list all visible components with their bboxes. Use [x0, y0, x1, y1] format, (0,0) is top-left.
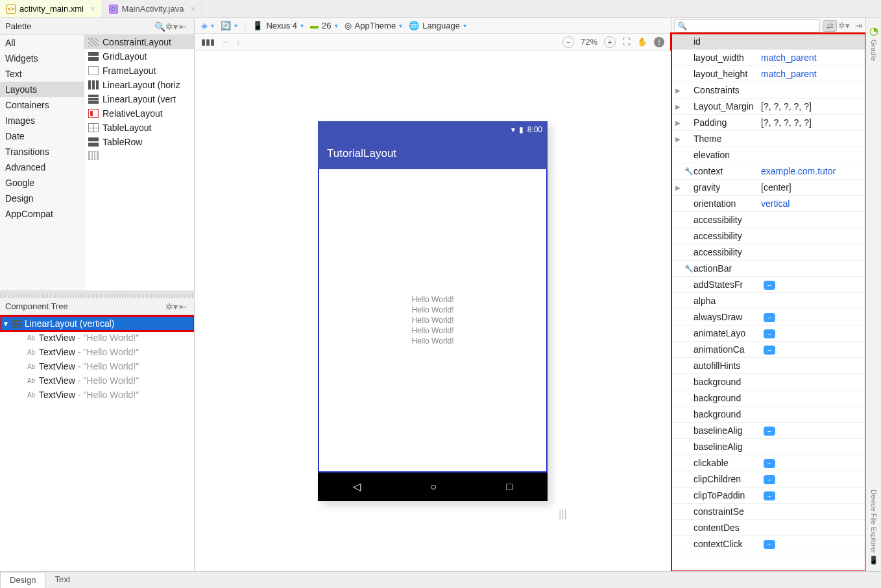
expand-icon[interactable]: ▶ [671, 184, 684, 191]
property-row[interactable]: layout_widthmatch_parent [671, 50, 865, 66]
property-row[interactable]: ▶Theme [671, 131, 865, 147]
property-row[interactable]: background [671, 374, 865, 390]
property-row[interactable]: orientationvertical [671, 196, 865, 212]
palette-item[interactable]: TableRow [84, 135, 194, 149]
gear-icon[interactable]: ✲▾ [165, 301, 177, 312]
resize-handle-icon[interactable]: ⫼ [556, 506, 570, 523]
tree-child-textview[interactable]: AbTextView - "Hello World!" [0, 345, 194, 359]
expand-icon[interactable]: ▶ [671, 103, 684, 110]
property-value[interactable]: − [758, 490, 865, 500]
palette-category[interactable]: Containers [0, 97, 84, 113]
design-tab[interactable]: Design [0, 572, 45, 588]
tree-child-textview[interactable]: AbTextView - "Hello World!" [0, 331, 194, 345]
text-tab[interactable]: Text [45, 572, 79, 588]
property-row[interactable]: 🔧actionBar [671, 261, 865, 277]
device-selector[interactable]: 📱 Nexus 4 ▾ [252, 21, 304, 30]
device-icon[interactable]: 📱 [869, 556, 878, 565]
property-value[interactable]: − [758, 474, 865, 484]
orientation-icon[interactable]: 🔄 ▾ [221, 21, 237, 30]
palette-category[interactable]: Transitions [0, 144, 84, 159]
palette-category[interactable]: Design [0, 191, 84, 206]
property-value[interactable]: [?, ?, ?, ?, ?] [758, 117, 865, 128]
property-row[interactable]: elevation [671, 147, 865, 163]
preview-textview[interactable]: Hello World! [411, 316, 453, 325]
property-row[interactable]: ▶Padding[?, ?, ?, ?, ?] [671, 115, 865, 131]
toggle-icon[interactable]: − [764, 427, 775, 436]
palette-category[interactable]: Google [0, 175, 84, 191]
property-row[interactable]: background [671, 390, 865, 406]
property-row[interactable]: 🔧contextexample.com.tutor [671, 163, 865, 180]
align-v-icon[interactable]: ↕ [236, 37, 241, 47]
palette-item[interactable]: LinearLayout (horiz [84, 78, 194, 92]
pan-icon[interactable]: ✋ [637, 37, 647, 47]
property-row[interactable]: accessibility [671, 244, 865, 261]
palette-item[interactable] [84, 149, 194, 162]
palette-item[interactable]: ConstraintLayout [84, 35, 194, 49]
view-mode-icon[interactable]: ◈ ▾ [201, 21, 214, 30]
property-row[interactable]: layout_heightmatch_parent [671, 66, 865, 82]
property-row[interactable]: clipChildren− [671, 471, 865, 488]
toggle-view-icon[interactable]: ⇄ [823, 20, 837, 32]
design-canvas[interactable]: ▾ ▮ 8:00 TutorialLayout Hello World!Hell… [195, 51, 671, 571]
palette-category[interactable]: AppCompat [0, 206, 84, 222]
property-value[interactable]: match_parent [758, 69, 865, 79]
close-icon[interactable]: × [190, 4, 195, 14]
preview-textview[interactable]: Hello World! [411, 295, 453, 304]
property-row[interactable]: accessibility [671, 228, 865, 244]
property-value[interactable]: − [758, 344, 865, 355]
palette-category[interactable]: Layouts [0, 82, 84, 97]
palette-item[interactable]: TableLayout [84, 121, 194, 135]
property-row[interactable]: baselineAlig− [671, 423, 865, 439]
toggle-icon[interactable]: − [764, 281, 775, 290]
tree-root-linearlayout[interactable]: ▼LinearLayout (vertical) [0, 316, 194, 331]
properties-search-input[interactable]: 🔍 [674, 19, 820, 32]
preview-textview[interactable]: Hello World! [411, 326, 453, 335]
tab-mainactivity[interactable]: C MainActivity.java × [103, 0, 202, 18]
property-value[interactable]: match_parent [758, 53, 865, 63]
palette-category[interactable]: Images [0, 113, 84, 128]
property-row[interactable]: autofillHints [671, 358, 865, 374]
property-value[interactable]: − [758, 279, 865, 290]
property-row[interactable]: ▶gravity[center] [671, 180, 865, 196]
gear-icon[interactable]: ✲▾ [837, 21, 851, 30]
expand-icon[interactable]: ▶ [671, 119, 684, 126]
search-icon[interactable]: 🔍 [154, 21, 165, 32]
palette-category[interactable]: Widgets [0, 51, 84, 66]
property-row[interactable]: constraintSe [671, 504, 865, 520]
property-row[interactable]: baselineAlig [671, 439, 865, 455]
fit-icon[interactable]: ⛶ [622, 37, 631, 47]
tree-child-textview[interactable]: AbTextView - "Hello World!" [0, 359, 194, 373]
toggle-icon[interactable]: − [764, 491, 775, 500]
toggle-icon[interactable]: − [764, 313, 775, 322]
property-value[interactable]: − [758, 425, 865, 436]
toggle-icon[interactable]: − [764, 346, 775, 355]
disclosure-icon[interactable]: ▼ [3, 320, 9, 327]
property-value[interactable]: − [758, 328, 865, 338]
property-row[interactable]: id [671, 34, 865, 50]
panels-icon[interactable]: ▮▮▮ [201, 37, 215, 47]
property-row[interactable]: clickable− [671, 455, 865, 471]
property-value[interactable]: [?, ?, ?, ?, ?] [758, 101, 865, 112]
align-h-icon[interactable]: ↔ [221, 37, 230, 47]
preview-textview[interactable]: Hello World! [411, 305, 453, 314]
property-value[interactable]: example.com.tutor [758, 166, 865, 176]
collapse-icon[interactable]: ⇤ [177, 21, 189, 32]
property-row[interactable]: animateLayo− [671, 325, 865, 342]
zoom-out-button[interactable]: − [562, 36, 574, 48]
toggle-icon[interactable]: − [764, 475, 775, 484]
gradle-icon[interactable]: ◔ [869, 25, 878, 37]
property-row[interactable]: ▶Layout_Margin[?, ?, ?, ?, ?] [671, 99, 865, 115]
tab-activity-main[interactable]: <> activity_main.xml × [0, 0, 103, 18]
tree-child-textview[interactable]: AbTextView - "Hello World!" [0, 373, 194, 388]
palette-item[interactable]: GridLayout [84, 49, 194, 64]
toggle-icon[interactable]: − [764, 459, 775, 468]
property-row[interactable]: contentDes [671, 520, 865, 536]
property-value[interactable]: vertical [758, 198, 865, 209]
toggle-icon[interactable]: − [764, 540, 775, 549]
close-icon[interactable]: × [90, 4, 95, 14]
tree-child-textview[interactable]: AbTextView - "Hello World!" [0, 388, 194, 402]
property-value[interactable]: − [758, 458, 865, 468]
property-row[interactable]: animationCa− [671, 342, 865, 358]
collapse-icon[interactable]: ⇤ [177, 301, 189, 312]
palette-category[interactable]: Date [0, 128, 84, 144]
